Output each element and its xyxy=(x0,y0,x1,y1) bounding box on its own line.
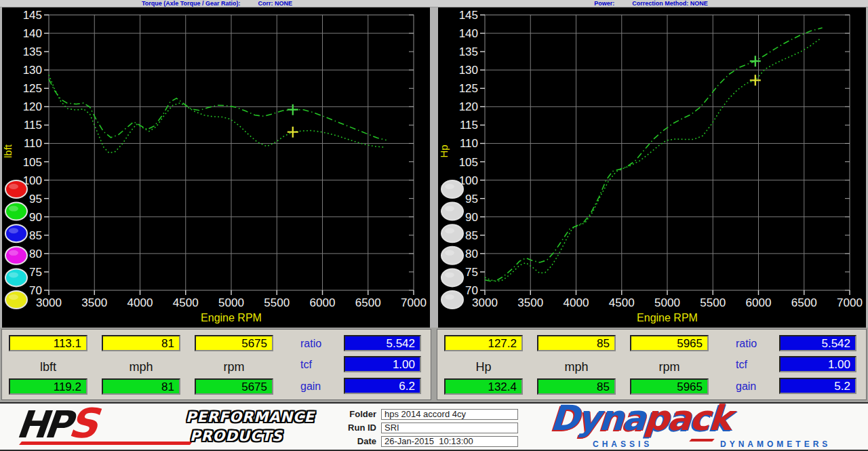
speed-unit-label: mph xyxy=(102,360,180,374)
y-tick-label: 135 xyxy=(459,45,478,58)
x-axis-label: Engine RPM xyxy=(637,312,698,323)
x-tick-label: 3500 xyxy=(517,296,543,309)
channel-button-highlight xyxy=(445,184,454,189)
torque-run-sri-dashdot xyxy=(49,79,387,140)
channel-button[interactable] xyxy=(5,224,27,242)
y-tick-label: 105 xyxy=(23,156,42,169)
hps-logo-underline xyxy=(19,442,193,445)
hps-logo-s: S xyxy=(66,399,98,447)
y-tick-label: 85 xyxy=(465,229,478,242)
channel-button-highlight xyxy=(9,250,18,256)
cursor-marker xyxy=(288,104,298,115)
channel-button-highlight xyxy=(445,294,454,300)
channel-button[interactable] xyxy=(5,203,27,220)
power-cursor-sri-rpm: 5965 xyxy=(630,378,709,395)
channel-button[interactable] xyxy=(5,269,27,286)
x-axis-label: Engine RPM xyxy=(201,312,262,323)
dynapack-red-slash xyxy=(689,439,715,442)
y-tick-label: 75 xyxy=(465,266,478,279)
gain-label: gain xyxy=(300,380,321,393)
y-tick-label: 145 xyxy=(459,9,478,22)
channel-button[interactable] xyxy=(441,269,463,286)
hps-tagline-performance: PERFORMANCE xyxy=(186,409,315,425)
y-tick-label: 95 xyxy=(29,193,42,205)
power-cursor-sri-value: 132.4 xyxy=(444,378,523,395)
power-tcf-value: 1.00 xyxy=(779,356,856,372)
folder-input[interactable] xyxy=(381,409,518,420)
power-run-baseline-dotted xyxy=(485,39,820,281)
x-tick-label: 4500 xyxy=(173,296,199,309)
y-tick-label: 90 xyxy=(29,211,42,224)
torque-chart: 7075808590951001051101151201251301351401… xyxy=(2,7,430,328)
charts-row: 7075808590951001051101151201251301351401… xyxy=(0,7,868,328)
torque-tcf-value: 1.00 xyxy=(344,356,421,372)
date-input[interactable] xyxy=(381,436,518,447)
y-tick-label: 75 xyxy=(29,266,42,279)
channel-button-highlight xyxy=(445,250,454,256)
dynapack-dynamometers-text: DYNAMOMETERS xyxy=(720,439,831,449)
y-tick-label: 130 xyxy=(459,64,478,77)
x-tick-label: 4000 xyxy=(127,296,153,309)
y-axis-label: Hp xyxy=(438,144,450,157)
run-info-fields: Folder Run ID Date xyxy=(339,408,518,449)
ratio-label: ratio xyxy=(736,338,757,350)
y-tick-label: 135 xyxy=(23,45,42,58)
y-tick-label: 140 xyxy=(459,27,478,40)
x-tick-label: 6500 xyxy=(355,296,381,309)
channel-button-highlight xyxy=(445,206,454,212)
channel-button[interactable] xyxy=(441,291,463,309)
y-tick-label: 120 xyxy=(459,100,478,113)
channel-button[interactable] xyxy=(441,247,463,264)
torque-data-panel: 113.1 81 5675 lbft mph rpm 119.2 81 5675… xyxy=(1,329,431,400)
power-titlebar: Power: Correction Method: NONE xyxy=(434,0,868,7)
power-correction-status: Correction Method: NONE xyxy=(632,0,708,7)
torque-title: Torque (Axle Torque / Gear Ratio): xyxy=(142,0,241,7)
x-tick-label: 5000 xyxy=(654,296,680,309)
y-tick-label: 145 xyxy=(23,9,42,22)
y-tick-label: 70 xyxy=(465,284,478,297)
power-cursor-baseline-speed: 85 xyxy=(537,335,616,351)
x-tick-label: 4000 xyxy=(564,296,589,309)
channel-button[interactable] xyxy=(441,224,463,242)
channel-button-highlight xyxy=(445,228,454,233)
x-tick-label: 6000 xyxy=(310,296,336,309)
power-chart-panel: 7075808590951001051101151201251301351401… xyxy=(438,7,866,328)
hps-tagline-products: PRODUCTS xyxy=(190,428,283,444)
hps-logo: HPS xyxy=(14,399,97,447)
folder-field-row: Folder xyxy=(339,408,518,420)
channel-button[interactable] xyxy=(5,247,27,264)
dynapack-chassis-text: CHASSIS xyxy=(593,439,652,449)
power-data-panel: 127.2 85 5965 Hp mph rpm 132.4 85 5965 r… xyxy=(437,329,867,400)
channel-button[interactable] xyxy=(5,291,27,309)
power-run-sri-dashdot xyxy=(485,28,823,281)
y-tick-label: 140 xyxy=(23,27,42,40)
y-tick-label: 130 xyxy=(23,64,42,77)
x-tick-label: 4500 xyxy=(609,296,635,309)
dynapack-logo-pack: pack xyxy=(643,398,732,438)
torque-cursor-baseline-value: 113.1 xyxy=(9,335,87,351)
power-gain-value: 5.2 xyxy=(779,378,856,394)
x-tick-label: 6500 xyxy=(791,296,817,309)
torque-cursor-sri-value: 119.2 xyxy=(9,378,87,395)
channel-button[interactable] xyxy=(441,180,463,198)
x-tick-label: 3000 xyxy=(36,296,62,309)
x-tick-label: 7000 xyxy=(837,296,863,309)
y-tick-label: 80 xyxy=(29,248,42,260)
channel-button-highlight xyxy=(9,272,18,277)
power-unit-label: Hp xyxy=(444,360,523,374)
power-cursor-baseline-rpm: 5965 xyxy=(630,335,709,351)
channel-button[interactable] xyxy=(441,203,463,220)
power-cursor-baseline-value: 127.2 xyxy=(444,335,523,351)
y-tick-label: 110 xyxy=(24,137,42,150)
run-id-input[interactable] xyxy=(381,423,518,433)
x-tick-label: 5000 xyxy=(218,296,244,309)
torque-unit-label: lbft xyxy=(9,360,87,374)
run-id-label: Run ID xyxy=(339,423,381,433)
rpm-unit-label: rpm xyxy=(630,360,709,374)
x-tick-label: 5500 xyxy=(264,296,290,309)
channel-button-highlight xyxy=(9,294,18,300)
gain-label: gain xyxy=(736,380,756,393)
hps-logo-hp: HP xyxy=(14,403,71,446)
channel-button[interactable] xyxy=(5,180,27,198)
y-tick-label: 105 xyxy=(459,156,478,169)
